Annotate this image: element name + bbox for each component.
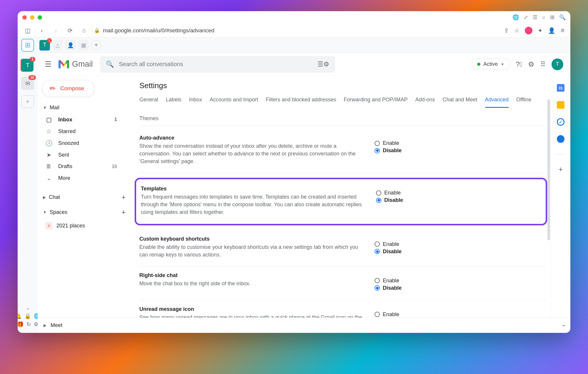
browser-menu-icon[interactable]: ≡ bbox=[561, 27, 564, 34]
tab-offline[interactable]: Offline bbox=[516, 97, 532, 108]
bookmark-icon[interactable]: ☆ bbox=[514, 27, 519, 34]
radio-label: Enable bbox=[383, 140, 399, 146]
radio-enable[interactable]: Enable bbox=[375, 241, 419, 247]
radio-disable[interactable]: Disable bbox=[376, 197, 420, 203]
radio-disable[interactable]: Disable bbox=[375, 147, 419, 154]
tab-drive[interactable]: △ bbox=[52, 40, 63, 51]
radio-label: Enable bbox=[383, 311, 399, 318]
clock-icon: 🕒 bbox=[45, 140, 52, 147]
collapse-icon[interactable]: ‹ bbox=[559, 324, 567, 326]
apps-grid-icon[interactable]: ⠿ bbox=[540, 60, 546, 68]
search-options-icon[interactable]: ☰⚙ bbox=[318, 61, 329, 68]
home-button[interactable]: ⌂ bbox=[80, 27, 88, 34]
add-space-button[interactable]: + bbox=[121, 208, 126, 217]
extension-icon-1[interactable] bbox=[525, 27, 532, 34]
shuffle-icon[interactable]: ⤢ bbox=[524, 14, 528, 21]
radio-enable[interactable]: Enable bbox=[375, 311, 419, 318]
grid-icon[interactable]: ⊞ bbox=[550, 14, 554, 21]
lock-rail-icon[interactable]: 🔒 bbox=[24, 313, 31, 319]
gmail-logo[interactable]: Gmail bbox=[59, 60, 93, 69]
rail-add-button[interactable]: + bbox=[21, 95, 34, 108]
tab-chat-meet[interactable]: Chat and Meet bbox=[443, 97, 477, 108]
list-icon[interactable]: ☰ bbox=[533, 14, 537, 21]
search-titlebar-icon[interactable]: 🔍 bbox=[559, 14, 566, 21]
tab-labels[interactable]: Labels bbox=[166, 97, 181, 108]
refresh-rail-icon[interactable]: ↻ bbox=[26, 321, 31, 328]
setting-name: Templates bbox=[141, 186, 364, 192]
reload-button[interactable]: ⟳ bbox=[66, 27, 74, 34]
minimize-window-button[interactable] bbox=[30, 15, 34, 20]
search-input[interactable] bbox=[119, 61, 312, 68]
tab-inbox[interactable]: Inbox bbox=[189, 97, 202, 108]
gear-icon[interactable]: ⚙ bbox=[528, 60, 534, 68]
nav-starred[interactable]: ☆ Starred bbox=[38, 125, 131, 137]
chevron-down-icon[interactable]: ⌄ bbox=[25, 304, 30, 311]
meet-footer[interactable]: ▶ Meet ‹ bbox=[38, 318, 570, 333]
globe-icon[interactable]: 🌐 bbox=[512, 14, 519, 21]
add-chat-button[interactable]: + bbox=[121, 193, 126, 202]
nav-more[interactable]: ⌄ More bbox=[38, 172, 131, 184]
scrollbar[interactable] bbox=[547, 99, 550, 240]
close-window-button[interactable] bbox=[22, 15, 27, 20]
bell-icon[interactable]: 🔔 bbox=[18, 313, 21, 319]
radio-disable[interactable]: Disable bbox=[375, 249, 419, 255]
nav-snoozed[interactable]: 🕒 Snoozed bbox=[38, 137, 131, 149]
compose-button[interactable]: ✎ Compose bbox=[42, 80, 95, 97]
radio-enable[interactable]: Enable bbox=[375, 278, 419, 284]
setting-desc: Turn frequent messages into templates to… bbox=[141, 193, 364, 216]
file-icon: 🗎 bbox=[45, 163, 52, 170]
workspace-grid-icon[interactable]: ⊞ bbox=[21, 39, 34, 52]
tab-contacts[interactable]: 👤 bbox=[65, 40, 76, 51]
main-menu-icon[interactable]: ☰ bbox=[45, 60, 51, 69]
sidebar-toggle-icon[interactable]: ◫ bbox=[24, 27, 32, 34]
rail-app-outlook[interactable]: ✉ 10 bbox=[21, 77, 34, 90]
nav-section-chat[interactable]: ▶ Chat + bbox=[38, 190, 131, 205]
tab-gmail[interactable]: T 1 bbox=[39, 40, 50, 51]
compass-icon[interactable]: ⌕ bbox=[542, 14, 545, 21]
space-item[interactable]: ♯ 2021 places bbox=[38, 220, 131, 232]
chevron-down-icon: ⌄ bbox=[45, 175, 52, 182]
tab-forwarding[interactable]: Forwarding and POP/IMAP bbox=[344, 97, 407, 108]
back-button[interactable]: ‹ bbox=[38, 27, 46, 34]
nav-section-mail[interactable]: ▼ Mail bbox=[38, 103, 131, 113]
new-tab-button[interactable]: + bbox=[91, 40, 101, 50]
tab-addons[interactable]: Add-ons bbox=[415, 97, 435, 108]
gift-icon[interactable]: 🎁 bbox=[18, 321, 24, 328]
search-bar[interactable]: 🔍 ☰⚙ bbox=[100, 56, 335, 73]
space-badge-icon: ♯ bbox=[45, 222, 52, 229]
help-icon[interactable]: ?⃝ bbox=[516, 60, 522, 68]
tab-filters[interactable]: Filters and blocked addresses bbox=[266, 97, 336, 108]
radio-enable[interactable]: Enable bbox=[375, 140, 419, 146]
pencil-icon: ✎ bbox=[48, 83, 58, 93]
tab-advanced[interactable]: Advanced bbox=[485, 97, 509, 108]
account-avatar[interactable]: T bbox=[552, 58, 563, 70]
workspace: T 1 ✉ 10 + ⌄ 🔔 🔒 🌐 🎁 ↻ ⚙ bbox=[18, 53, 570, 333]
share-icon[interactable]: ⇪ bbox=[504, 27, 509, 34]
nav-section-spaces[interactable]: ▼ Spaces + bbox=[38, 205, 131, 220]
setting-text: Custom keyboard shortcuts Enable the abi… bbox=[139, 236, 363, 259]
forward-button[interactable]: › bbox=[52, 27, 60, 34]
nav-sent[interactable]: ➤ Sent bbox=[38, 149, 131, 161]
radio-disable[interactable]: Disable bbox=[375, 285, 419, 291]
setting-keyboard-shortcuts: Custom keyboard shortcuts Enable the abi… bbox=[139, 230, 547, 266]
calendar-icon[interactable]: 31 bbox=[557, 84, 564, 92]
maximize-window-button[interactable] bbox=[38, 15, 42, 20]
extensions-icon[interactable]: ✦ bbox=[538, 27, 543, 34]
profile-icon[interactable]: 👤 bbox=[548, 27, 555, 34]
tab-accounts[interactable]: Accounts and Import bbox=[210, 97, 258, 108]
tasks-icon[interactable]: ✓ bbox=[557, 118, 564, 126]
side-panel-add[interactable]: + bbox=[557, 165, 564, 173]
radio-enable[interactable]: Enable bbox=[376, 190, 420, 196]
status-chip[interactable]: Active ▼ bbox=[472, 58, 510, 70]
tab-general[interactable]: General bbox=[139, 97, 158, 108]
keep-icon[interactable] bbox=[557, 101, 564, 109]
meet-label: Meet bbox=[51, 322, 62, 328]
tab-calendar[interactable]: ▦ bbox=[78, 40, 89, 51]
tab-themes[interactable]: Themes bbox=[139, 115, 158, 126]
address-bar[interactable]: 🔒 mail.google.com/mail/u/0/#settings/adv… bbox=[94, 27, 498, 34]
nav-drafts[interactable]: 🗎 Drafts 16 bbox=[38, 161, 131, 172]
contacts-icon[interactable]: 👤 bbox=[557, 135, 564, 143]
nav-inbox[interactable]: ▢ Inbox 1 bbox=[38, 114, 131, 125]
rail-app-1[interactable]: T 1 bbox=[21, 59, 34, 72]
chevron-right-icon: ▶ bbox=[43, 195, 46, 199]
